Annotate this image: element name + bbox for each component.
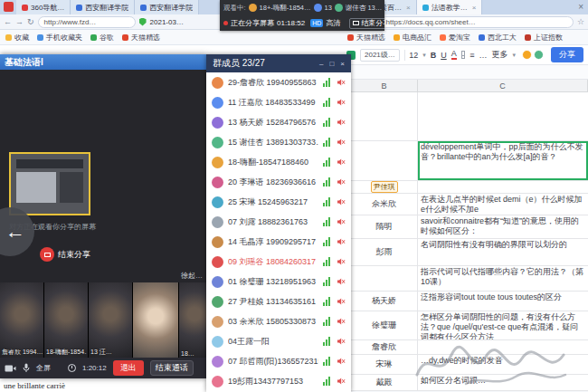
minimize-icon[interactable]: – <box>319 60 323 68</box>
mic-level-icon[interactable] <box>323 78 332 87</box>
browser-tab[interactable]: 西安翻译学院 <box>135 0 199 14</box>
sheet-row[interactable]: 彭雨 名词阴阳性有没有明确的界限可以划分的 <box>342 239 588 266</box>
bookmark-item[interactable]: 收藏 <box>5 33 29 43</box>
browser-tab[interactable]: 法语教学… × <box>417 0 483 14</box>
sheet-row[interactable]: 杨天娇 泛指形容词tout toute tous toutes的区分 <box>342 292 588 311</box>
member-row[interactable]: 09 刘瑶谷 18084260317 <box>206 252 351 272</box>
mic-level-icon[interactable] <box>323 158 332 167</box>
more-dots-icon[interactable]: … <box>479 51 487 60</box>
student-name-cell[interactable]: 宋琳 <box>351 355 418 374</box>
underline-button[interactable]: U <box>441 51 447 60</box>
viewer-chip[interactable]: 谢佳杏 13… <box>335 4 382 13</box>
tab-close-icon[interactable]: × <box>406 4 411 12</box>
speaker-muted-icon[interactable] <box>337 357 346 366</box>
mic-level-icon[interactable] <box>323 98 332 107</box>
video-tile[interactable] <box>133 282 178 358</box>
favorite-star-icon[interactable]: ☆ <box>577 17 584 26</box>
mic-level-icon[interactable] <box>323 277 332 286</box>
member-row[interactable]: 18-嗨翻-18547188460 <box>206 152 351 172</box>
student-name-cell[interactable]: 徐璧珊 <box>351 311 418 339</box>
column-header-c[interactable]: C <box>418 80 588 91</box>
question-cell[interactable]: 指示代词可以代指哪些内容？它的用法？（第10课） <box>418 266 588 291</box>
browser-tab[interactable]: 360导航… <box>16 0 71 14</box>
video-tile[interactable]: 18-嗨翻-1854… <box>44 282 88 358</box>
sheet-row[interactable] <box>342 92 588 141</box>
maximize-icon[interactable]: □ <box>329 60 334 68</box>
video-tile[interactable]: 18… <box>179 282 206 358</box>
member-row[interactable]: 07 刘露 18882361763 <box>206 212 351 232</box>
student-name-cell[interactable]: 戴殿 <box>351 375 418 390</box>
speaker-muted-icon[interactable] <box>337 317 346 326</box>
font-color-button[interactable]: A <box>451 50 457 60</box>
speaker-muted-icon[interactable] <box>337 277 346 286</box>
sheet-row[interactable]: 佘米欣 在表达几点半的时候et demi（e）什么时候加e什么时候不加e <box>342 194 588 215</box>
speaker-muted-icon[interactable] <box>337 237 346 246</box>
member-row[interactable]: 04王露一阳 <box>206 331 351 351</box>
video-tile[interactable]: 詹睿欣 1994… <box>0 282 43 358</box>
member-row[interactable]: 07 邱哲雨(阳)13655723157 <box>206 351 351 371</box>
shared-screen-preview[interactable] <box>9 152 90 215</box>
speaker-muted-icon[interactable] <box>337 177 346 186</box>
speaker-muted-icon[interactable] <box>337 197 346 206</box>
student-name-cell[interactable] <box>351 92 418 140</box>
url-input[interactable]: https://docs.qq.com/sheet… <box>380 16 574 28</box>
exit-button[interactable]: 退出 <box>113 360 144 376</box>
viewer-chip[interactable]: 18+-嗨翻-1854… <box>249 4 311 13</box>
more-button[interactable]: 更多 <box>491 49 507 61</box>
doc-tab[interactable]: 2021级… <box>360 49 400 62</box>
bookmark-item[interactable]: 手机收藏夹 <box>37 33 82 43</box>
member-row[interactable]: 01 徐璧珊 13218951963 <box>206 272 351 292</box>
bookmark-item[interactable]: 电商品汇 <box>394 33 432 43</box>
speaker-muted-icon[interactable] <box>337 257 346 266</box>
viewer-chip[interactable]: 13 <box>314 4 332 12</box>
mic-level-icon[interactable] <box>323 237 332 246</box>
sheet-row[interactable]: 尹佳琪 <box>342 181 588 194</box>
speaker-muted-icon[interactable] <box>337 118 346 127</box>
member-row[interactable]: 03 余米欣 15805330873 <box>206 311 351 331</box>
close-icon[interactable]: × <box>340 60 345 68</box>
speaker-muted-icon[interactable] <box>337 138 346 147</box>
student-name-cell[interactable] <box>351 266 418 291</box>
question-cell[interactable]: développement单词中，pp后面的为什么不发音？brillante中的… <box>418 141 588 180</box>
speaker-muted-icon[interactable] <box>337 78 346 87</box>
bookmark-item[interactable]: 爱淘宝 <box>440 33 470 43</box>
back-icon[interactable]: ← <box>4 17 12 26</box>
mic-level-icon[interactable] <box>323 317 332 326</box>
bookmark-item[interactable]: 天猫精选 <box>347 33 385 43</box>
sheet-row[interactable]: 徐璧珊 怎样区分单词阴阳性的问题，有没有什么方法？que /quel/qu'es… <box>342 311 588 340</box>
mic-icon[interactable] <box>23 363 30 373</box>
question-cell[interactable] <box>418 92 588 140</box>
question-cell[interactable]: 泛指形容词tout toute tous toutes的区分 <box>418 292 588 311</box>
bookmark-item[interactable]: 天猫精选 <box>122 33 160 43</box>
mic-level-icon[interactable] <box>323 197 332 206</box>
speaker-muted-icon[interactable] <box>337 297 346 306</box>
url-input[interactable]: http://www.fzd… <box>38 16 136 28</box>
speaker-muted-icon[interactable] <box>337 337 346 346</box>
mic-level-icon[interactable] <box>323 357 332 366</box>
student-name-cell[interactable]: 佘米欣 <box>351 194 418 215</box>
question-cell[interactable] <box>418 181 588 193</box>
mic-level-icon[interactable] <box>323 297 332 306</box>
member-row[interactable]: 25 宋琳 15245963217 <box>206 192 351 212</box>
sheet-row[interactable]: développement单词中，pp后面的为什么不发音？brillante中的… <box>342 141 588 181</box>
mic-level-icon[interactable] <box>323 177 332 186</box>
align-icon[interactable]: ≡ <box>469 51 474 60</box>
mic-level-icon[interactable] <box>323 337 332 346</box>
student-name-cell[interactable]: 杨天娇 <box>351 292 418 311</box>
browser-logo-icon[interactable] <box>4 2 14 12</box>
tab-close-icon[interactable]: × <box>472 4 477 12</box>
member-row[interactable]: 29-詹睿欣 19940955863 <box>206 72 351 92</box>
member-row[interactable]: 13 杨天娇 15284796576 <box>206 112 351 132</box>
share-button[interactable]: 分享 <box>551 47 583 62</box>
camera-icon[interactable] <box>5 364 16 373</box>
end-call-button[interactable]: 结束通话 <box>150 360 194 376</box>
sheet-row[interactable]: 隋明 savoir和connaitre都有“知道”的意思，使用的时候如何区分： <box>342 215 588 239</box>
student-name-cell[interactable] <box>351 141 418 180</box>
window-close-icon[interactable]: × <box>578 2 583 12</box>
end-share-button[interactable]: 结束分享 <box>349 18 384 29</box>
borders-icon[interactable] <box>461 51 466 59</box>
question-cell[interactable]: savoir和connaitre都有“知道”的意思，使用的时候如何区分： <box>418 215 588 238</box>
sheet-row[interactable]: 指示代词可以代指哪些内容？它的用法？（第10课） <box>342 266 588 292</box>
member-row[interactable]: 19彭雨13437797153 <box>206 371 351 391</box>
quality-label[interactable]: 高清 <box>326 18 340 28</box>
